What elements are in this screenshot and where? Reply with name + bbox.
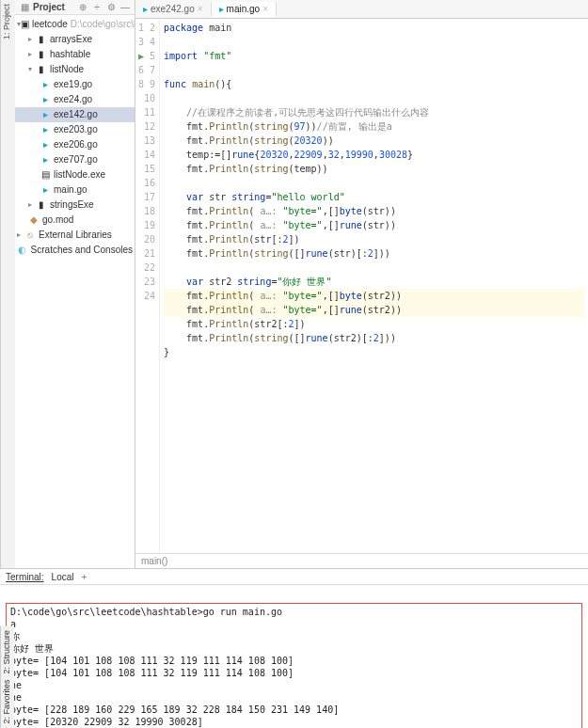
project-view-icon: ▦: [19, 2, 30, 12]
folder-icon: ▮: [36, 199, 47, 211]
tree-label: listNode.exe: [54, 167, 105, 182]
gomod-file-icon: ◆: [28, 214, 40, 226]
run-gutter-icon[interactable]: ▶: [138, 51, 144, 61]
bottom-side-tabs: 2: Favorites 2: Structure: [0, 626, 14, 728]
project-tool-tab[interactable]: 1: Project: [0, 0, 15, 568]
tree-folder-stringsExe[interactable]: ▸ ▮ stringsExe: [15, 198, 135, 213]
project-tree: ▾ ▣ leetcode D:\code\go\src\lee ▸ ▮ arra…: [15, 15, 135, 260]
line-gutter: 1 2 3 4 ▶ 5 6 7 8 9 10 11 12 13 14 15 16…: [135, 19, 160, 553]
tree-label: stringsExe: [50, 198, 94, 213]
tree-folder-listNode[interactable]: ▾ ▮ listNode: [15, 62, 135, 77]
tree-label: exe203.go: [54, 122, 98, 137]
structure-tool-tab[interactable]: 2: Structure: [2, 630, 13, 674]
tree-label: exe24.go: [54, 92, 92, 107]
go-file-icon: ▸: [40, 124, 51, 135]
code-editor[interactable]: 1 2 3 4 ▶ 5 6 7 8 9 10 11 12 13 14 15 16…: [135, 19, 588, 553]
go-file-icon: ▸: [40, 184, 51, 196]
gear-icon[interactable]: ⚙: [105, 2, 117, 12]
tree-label: go.mod: [42, 213, 73, 228]
go-file-icon: ▸: [40, 109, 51, 120]
tree-file-exe142[interactable]: ▸exe142.go: [15, 107, 135, 122]
go-file-icon: ▸: [40, 79, 51, 90]
library-icon: ⎋: [24, 229, 36, 241]
exe-file-icon: ▤: [40, 169, 51, 181]
editor-tabs: ▸ exe242.go × ▸ main.go ×: [135, 0, 588, 19]
tree-label: exe142.go: [54, 107, 98, 122]
tree-folder-hashtable[interactable]: ▸ ▮ hashtable: [15, 47, 135, 62]
tree-label: leetcode: [32, 17, 68, 32]
favorites-tool-tab[interactable]: 2: Favorites: [2, 680, 13, 724]
tab-label: exe242.go: [151, 4, 195, 14]
tree-label: arraysExe: [50, 32, 92, 47]
chevron-right-icon: ▸: [17, 228, 24, 243]
tree-label: External Libraries: [39, 228, 112, 243]
go-file-icon: ▸: [40, 139, 51, 150]
tree-label: exe19.go: [54, 77, 92, 92]
tree-label: exe707.go: [54, 152, 98, 167]
tree-label: listNode: [50, 62, 84, 77]
folder-icon: ▮: [36, 64, 47, 75]
close-icon[interactable]: ×: [262, 4, 268, 14]
tree-file-exe203[interactable]: ▸exe203.go: [15, 122, 135, 137]
editor-area: ▸ exe242.go × ▸ main.go × 1 2 3 4 ▶ 5 6 …: [135, 0, 588, 568]
terminal-output[interactable]: D:\code\go\src\leetcode\hashtable>go run…: [0, 585, 588, 728]
terminal-label: Terminal:: [6, 572, 44, 582]
tree-label: exe206.go: [54, 137, 98, 152]
terminal-panel: Terminal: Local + D:\code\go\src\leetcod…: [0, 570, 588, 728]
tab-label: main.go: [227, 4, 261, 14]
folder-icon: ▮: [36, 49, 47, 60]
go-file-icon: ▸: [40, 154, 51, 166]
tree-root[interactable]: ▾ ▣ leetcode D:\code\go\src\lee: [15, 17, 135, 32]
project-header-title: Project: [33, 2, 74, 12]
tree-label: hashtable: [50, 47, 90, 62]
terminal-add-icon[interactable]: +: [81, 572, 87, 582]
go-file-icon: ▸: [40, 94, 51, 105]
terminal-highlighted-output: D:\code\go\src\leetcode\hashtable>go run…: [6, 603, 582, 728]
chevron-down-icon: ▾: [28, 62, 36, 77]
tree-file-exe24[interactable]: ▸exe24.go: [15, 92, 135, 107]
project-panel: ▦ Project ⊕ ÷ ⚙ — ▾ ▣ leetcode D:\code\g…: [15, 0, 135, 568]
tree-file-exe707[interactable]: ▸exe707.go: [15, 152, 135, 167]
chevron-right-icon: ▸: [28, 198, 36, 213]
terminal-tabs: Terminal: Local +: [0, 570, 588, 585]
project-header: ▦ Project ⊕ ÷ ⚙ —: [15, 0, 135, 15]
tree-file-exe19[interactable]: ▸exe19.go: [15, 77, 135, 92]
tree-external-libraries[interactable]: ▸ ⎋ External Libraries: [15, 228, 135, 243]
tab-exe242[interactable]: ▸ exe242.go ×: [135, 2, 212, 16]
go-file-icon: ▸: [219, 4, 224, 14]
go-file-icon: ▸: [143, 4, 148, 14]
tab-main[interactable]: ▸ main.go ×: [212, 2, 277, 17]
tree-file-main[interactable]: ▸main.go: [15, 182, 135, 198]
tree-label: main.go: [54, 182, 87, 198]
tree-file-listNodeExe[interactable]: ▤listNode.exe: [15, 167, 135, 182]
expand-icon[interactable]: ÷: [91, 2, 103, 12]
tree-file-exe206[interactable]: ▸exe206.go: [15, 137, 135, 152]
scratch-icon: ◐: [17, 245, 28, 256]
tree-scratches[interactable]: ◐ Scratches and Consoles: [15, 243, 135, 258]
tree-path-hint: D:\code\go\src\lee: [71, 17, 135, 32]
target-icon[interactable]: ⊕: [77, 2, 88, 12]
terminal-session-local[interactable]: Local: [52, 572, 74, 582]
close-icon[interactable]: ×: [198, 4, 203, 14]
code-content[interactable]: package main import "fmt" func main(){ /…: [160, 19, 588, 553]
chevron-right-icon: ▸: [28, 47, 36, 62]
tree-file-gomod[interactable]: ◆go.mod: [15, 213, 135, 228]
tree-label: Scratches and Consoles: [31, 243, 133, 258]
chevron-right-icon: ▸: [28, 32, 36, 47]
project-folder-icon: ▣: [21, 19, 29, 30]
tree-folder-arraysExe[interactable]: ▸ ▮ arraysExe: [15, 32, 135, 47]
hide-icon[interactable]: —: [119, 2, 131, 12]
editor-breadcrumb[interactable]: main(): [135, 553, 588, 568]
folder-icon: ▮: [36, 34, 47, 45]
